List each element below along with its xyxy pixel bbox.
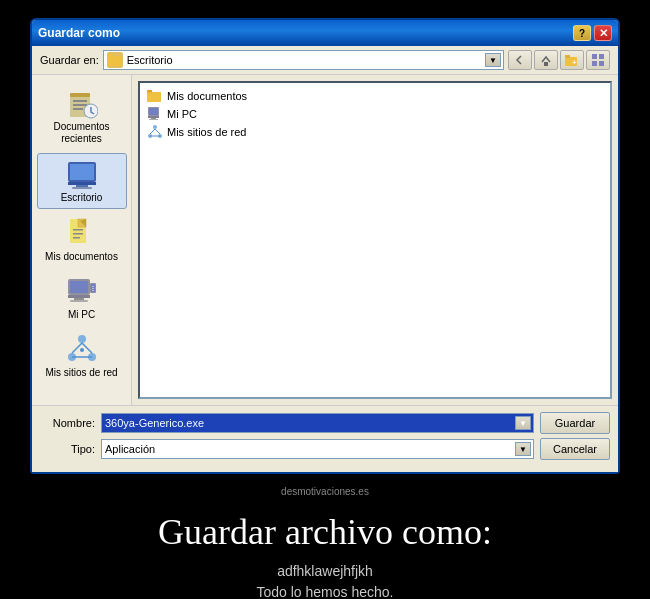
svg-rect-9	[599, 54, 604, 59]
svg-rect-11	[599, 61, 604, 66]
network-icon	[66, 333, 98, 365]
svg-rect-38	[92, 288, 94, 289]
sidebar-item-mypc[interactable]: Mi PC	[37, 271, 127, 325]
svg-rect-3	[544, 62, 548, 66]
new-folder-button[interactable]: +	[560, 50, 584, 70]
svg-rect-6	[565, 55, 570, 58]
svg-rect-37	[92, 286, 94, 287]
dialog-area: Guardar como ? ✕ Guardar en:	[0, 0, 650, 484]
svg-line-59	[150, 129, 155, 134]
dialog-title: Guardar como	[38, 26, 120, 40]
svg-rect-14	[73, 100, 87, 102]
filetype-value: Aplicación	[105, 443, 155, 455]
bottom-fields: Nombre: 360ya-Generico.exe ▼ Guardar Tip…	[32, 405, 618, 472]
file-item-network[interactable]: Mis sitios de red	[144, 123, 606, 141]
svg-line-43	[72, 343, 82, 353]
text-section: Guardar archivo como: adfhklawejhfjkh To…	[0, 499, 650, 599]
sidebar-desktop-label: Escritorio	[61, 192, 103, 204]
svg-rect-15	[73, 104, 87, 106]
watermark: desmotivaciones.es	[0, 484, 650, 499]
sidebar-item-documents[interactable]: Mis documentos	[37, 213, 127, 267]
svg-rect-10	[592, 61, 597, 66]
svg-rect-53	[148, 116, 159, 118]
filetype-select[interactable]: Aplicación ▼	[101, 439, 534, 459]
sidebar-recent-label: Documentos recientes	[39, 121, 125, 145]
filetype-dropdown-arrow[interactable]: ▼	[515, 442, 531, 456]
main-content: Documentos recientes Escritorio	[32, 75, 618, 405]
toolbar-icon-buttons: +	[508, 50, 610, 70]
file-mydocs-label: Mis documentos	[167, 90, 247, 102]
svg-rect-28	[73, 233, 83, 235]
sub-text: adfhklawejhfjkh Todo lo hemos hecho.	[257, 561, 394, 599]
watermark-text: desmotivaciones.es	[281, 486, 369, 497]
network-file-icon	[147, 124, 163, 140]
svg-rect-0	[108, 56, 122, 66]
close-button[interactable]: ✕	[594, 25, 612, 41]
location-icon	[107, 52, 123, 68]
svg-point-46	[80, 348, 84, 352]
svg-rect-32	[68, 295, 90, 298]
filename-label: Nombre:	[40, 417, 95, 429]
save-dialog: Guardar como ? ✕ Guardar en:	[30, 18, 620, 474]
computer-mypc-icon	[147, 106, 163, 122]
svg-rect-34	[70, 300, 88, 302]
sub-line1: adfhklawejhfjkh	[257, 561, 394, 582]
documents-icon	[66, 217, 98, 249]
sidebar-item-recent[interactable]: Documentos recientes	[37, 83, 127, 149]
mypc-icon	[66, 275, 98, 307]
filename-dropdown-arrow[interactable]: ▼	[515, 416, 531, 430]
up-button[interactable]	[534, 50, 558, 70]
filename-row: Nombre: 360ya-Generico.exe ▼ Guardar	[40, 412, 610, 434]
sidebar-item-desktop[interactable]: Escritorio	[37, 153, 127, 209]
recent-icon	[66, 87, 98, 119]
svg-rect-13	[70, 93, 90, 97]
main-title: Guardar archivo como:	[158, 511, 492, 553]
sub-line2: Todo lo hemos hecho.	[257, 582, 394, 599]
svg-rect-54	[151, 118, 156, 119]
sidebar-mypc-label: Mi PC	[68, 309, 95, 321]
svg-rect-55	[149, 119, 158, 120]
titlebar: Guardar como ? ✕	[32, 20, 618, 46]
svg-rect-19	[70, 164, 94, 180]
file-item-mydocs[interactable]: Mis documentos	[144, 87, 606, 105]
location-dropdown-arrow[interactable]: ▼	[485, 53, 501, 67]
location-combo[interactable]: Escritorio ▼	[103, 50, 504, 70]
svg-point-56	[153, 125, 157, 129]
svg-rect-8	[592, 54, 597, 59]
svg-text:+: +	[572, 58, 577, 67]
file-mypc-label: Mi PC	[167, 108, 197, 120]
svg-rect-22	[72, 187, 92, 189]
titlebar-buttons: ? ✕	[573, 25, 612, 41]
svg-rect-33	[74, 298, 84, 300]
folder-mydocs-icon	[147, 88, 163, 104]
filename-value: 360ya-Generico.exe	[105, 417, 204, 429]
sidebar: Documentos recientes Escritorio	[32, 75, 132, 405]
main-container: Guardar como ? ✕ Guardar en:	[0, 0, 650, 599]
svg-point-40	[78, 335, 86, 343]
svg-rect-16	[73, 108, 83, 110]
svg-rect-2	[108, 54, 113, 57]
svg-rect-20	[68, 182, 96, 185]
svg-rect-52	[149, 108, 158, 115]
svg-line-44	[82, 343, 92, 353]
location-value: Escritorio	[127, 54, 173, 66]
filename-input[interactable]: 360ya-Generico.exe ▼	[101, 413, 534, 433]
view-button[interactable]	[586, 50, 610, 70]
location-label: Guardar en:	[40, 54, 99, 66]
sidebar-documents-label: Mis documentos	[45, 251, 118, 263]
sidebar-item-network[interactable]: Mis sitios de red	[37, 329, 127, 383]
svg-rect-39	[92, 290, 94, 291]
svg-line-60	[155, 129, 160, 134]
toolbar: Guardar en: Escritorio ▼	[32, 46, 618, 75]
file-list[interactable]: Mis documentos Mi PC	[138, 81, 612, 399]
svg-rect-31	[70, 281, 88, 293]
cancel-button[interactable]: Cancelar	[540, 438, 610, 460]
save-button[interactable]: Guardar	[540, 412, 610, 434]
back-button[interactable]	[508, 50, 532, 70]
desktop-icon	[66, 158, 98, 190]
filetype-label: Tipo:	[40, 443, 95, 455]
file-item-mypc[interactable]: Mi PC	[144, 105, 606, 123]
sidebar-network-label: Mis sitios de red	[45, 367, 117, 379]
help-button[interactable]: ?	[573, 25, 591, 41]
svg-rect-50	[147, 92, 161, 102]
